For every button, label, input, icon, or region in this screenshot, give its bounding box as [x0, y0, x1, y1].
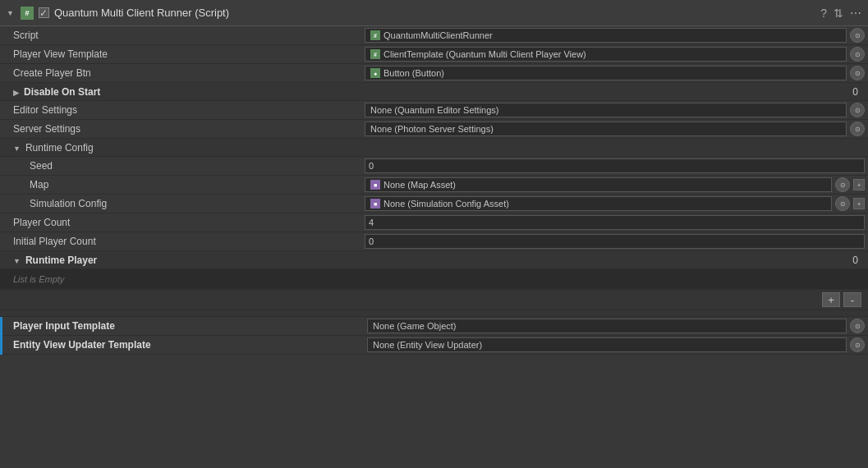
script-row: Script # QuantumMultiClientRunner ⊙ — [0, 26, 868, 45]
header-actions: ? ⇅ ⋯ — [820, 7, 861, 20]
player-count-field[interactable]: 4 — [365, 215, 865, 230]
list-remove-btn[interactable]: - — [843, 292, 861, 307]
editor-settings-row: Editor Settings None (Quantum Editor Set… — [0, 101, 868, 120]
enable-checkbox[interactable]: ✓ — [39, 7, 49, 18]
editor-settings-picker-btn[interactable]: ⊙ — [850, 103, 865, 117]
server-settings-field[interactable]: None (Photon Server Settings) — [365, 122, 847, 136]
player-view-template-field[interactable]: # ClientTemplate (Quantum Multi Client P… — [365, 47, 847, 62]
seed-row: Seed 0 — [0, 157, 868, 176]
initial-player-count-label: Initial Player Count — [0, 236, 361, 247]
player-view-template-picker-btn[interactable]: ⊙ — [850, 47, 865, 62]
inspector-header: # ✓ Quantum Multi Client Runner (Script)… — [0, 0, 868, 26]
editor-settings-label: Editor Settings — [0, 104, 361, 116]
map-field[interactable]: ■ None (Map Asset) — [365, 177, 832, 192]
help-icon[interactable]: ? — [820, 7, 827, 20]
server-settings-row: Server Settings None (Photon Server Sett… — [0, 120, 868, 139]
create-player-btn-icon: ● — [370, 68, 380, 78]
script-picker-btn[interactable]: ⊙ — [850, 28, 865, 43]
map-label: Map — [0, 179, 361, 190]
more-icon[interactable]: ⋯ — [850, 7, 861, 20]
simulation-config-label: Simulation Config — [0, 198, 361, 209]
seed-field[interactable]: 0 — [365, 158, 865, 173]
player-input-template-field[interactable]: None (Game Object) — [367, 319, 847, 333]
server-settings-picker-btn[interactable]: ⊙ — [850, 122, 865, 136]
collapse-arrow[interactable] — [7, 8, 16, 17]
player-input-template-picker-btn[interactable]: ⊙ — [850, 319, 865, 333]
script-label: Script — [0, 30, 361, 41]
map-add-btn[interactable]: + — [853, 179, 865, 190]
create-player-btn-label: Create Player Btn — [0, 67, 361, 79]
runtime-config-row: Runtime Config — [0, 139, 868, 157]
map-picker-btn[interactable]: ⊙ — [835, 177, 850, 192]
player-count-value: 4 — [361, 214, 868, 231]
bottom-section: Player Input Template None (Game Object)… — [0, 317, 868, 355]
create-player-btn-value: ● Button (Button) ⊙ — [361, 65, 868, 81]
simulation-config-add-btn[interactable]: + — [853, 198, 865, 209]
create-player-btn-picker-btn[interactable]: ⊙ — [850, 66, 865, 80]
entity-view-updater-picker-btn[interactable]: ⊙ — [850, 337, 865, 352]
inspector-content: Script # QuantumMultiClientRunner ⊙ Play… — [0, 26, 868, 468]
runtime-config-label: Runtime Config — [0, 142, 361, 154]
editor-settings-value: None (Quantum Editor Settings) ⊙ — [361, 102, 868, 118]
script-icon: # — [370, 30, 380, 40]
runtime-player-label: Runtime Player — [0, 255, 361, 266]
disable-on-start-row: Disable On Start 0 — [0, 83, 868, 101]
player-count-label: Player Count — [0, 217, 361, 228]
list-empty-row: List is Empty — [0, 269, 868, 290]
initial-player-count-field[interactable]: 0 — [365, 234, 865, 249]
entity-view-updater-row: Entity View Updater Template None (Entit… — [2, 336, 868, 355]
server-settings-value: None (Photon Server Settings) ⊙ — [361, 121, 868, 137]
list-controls: + - — [0, 290, 868, 310]
simulation-config-field[interactable]: ■ None (Simulation Config Asset) — [365, 196, 832, 211]
disable-on-start-value: 0 — [361, 85, 868, 99]
create-player-btn-field[interactable]: ● Button (Button) — [365, 66, 847, 80]
map-value: ■ None (Map Asset) ⊙ + — [361, 177, 868, 193]
runtime-config-value — [361, 147, 868, 149]
component-icon: # — [21, 7, 34, 20]
runtime-player-value: 0 — [361, 254, 868, 267]
player-input-template-row: Player Input Template None (Game Object)… — [2, 317, 868, 336]
player-view-template-row: Player View Template # ClientTemplate (Q… — [0, 45, 868, 64]
list-empty-text: List is Empty — [0, 269, 868, 289]
list-add-btn[interactable]: + — [822, 292, 840, 307]
player-view-template-icon: # — [370, 49, 380, 59]
runtime-player-arrow[interactable] — [13, 255, 22, 266]
entity-view-updater-label: Entity View Updater Template — [2, 339, 364, 351]
editor-settings-field[interactable]: None (Quantum Editor Settings) — [365, 103, 847, 117]
spacer — [0, 310, 868, 317]
script-value: # QuantumMultiClientRunner ⊙ — [361, 27, 868, 44]
map-row: Map ■ None (Map Asset) ⊙ + — [0, 176, 868, 195]
entity-view-updater-value: None (Entity View Updater) ⊙ — [364, 337, 868, 353]
seed-label: Seed — [0, 160, 361, 172]
script-field[interactable]: # QuantumMultiClientRunner — [365, 28, 847, 43]
disable-on-start-arrow[interactable] — [13, 86, 21, 98]
initial-player-count-row: Initial Player Count 0 — [0, 232, 868, 251]
disable-on-start-label: Disable On Start — [0, 86, 361, 98]
runtime-player-row: Runtime Player 0 — [0, 251, 868, 269]
player-count-row: Player Count 4 — [0, 213, 868, 232]
create-player-btn-row: Create Player Btn ● Button (Button) ⊙ — [0, 64, 868, 83]
initial-player-count-value: 0 — [361, 233, 868, 250]
simulation-config-row: Simulation Config ■ None (Simulation Con… — [0, 195, 868, 213]
runtime-config-arrow[interactable] — [13, 142, 22, 154]
player-view-template-label: Player View Template — [0, 48, 361, 60]
server-settings-label: Server Settings — [0, 123, 361, 135]
component-title: Quantum Multi Client Runner (Script) — [54, 7, 815, 19]
seed-value: 0 — [361, 158, 868, 174]
player-view-template-value: # ClientTemplate (Quantum Multi Client P… — [361, 46, 868, 62]
settings-icon[interactable]: ⇅ — [834, 7, 843, 20]
simulation-config-picker-btn[interactable]: ⊙ — [835, 196, 850, 211]
entity-view-updater-field[interactable]: None (Entity View Updater) — [367, 337, 847, 352]
simulation-config-value: ■ None (Simulation Config Asset) ⊙ + — [361, 195, 868, 212]
simulation-config-icon: ■ — [370, 199, 380, 209]
player-input-template-label: Player Input Template — [2, 320, 364, 332]
map-icon: ■ — [370, 180, 380, 190]
player-input-template-value: None (Game Object) ⊙ — [364, 318, 868, 334]
